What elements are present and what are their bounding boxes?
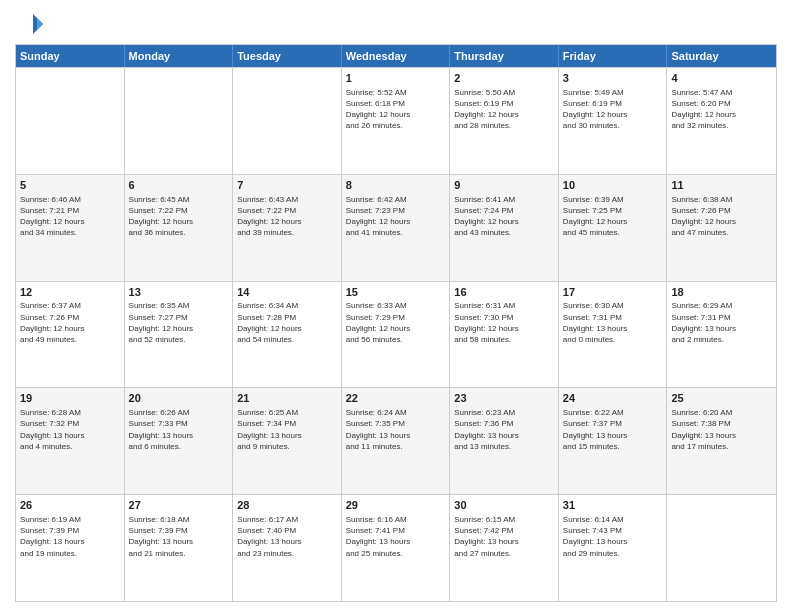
day-number: 1 [346,71,446,86]
day-info: Sunrise: 6:29 AM Sunset: 7:31 PM Dayligh… [671,300,772,345]
day-number: 20 [129,391,229,406]
weekday-header: Sunday [16,45,125,67]
day-number: 26 [20,498,120,513]
calendar-row: 1Sunrise: 5:52 AM Sunset: 6:18 PM Daylig… [16,67,776,174]
day-info: Sunrise: 5:52 AM Sunset: 6:18 PM Dayligh… [346,87,446,132]
calendar-body: 1Sunrise: 5:52 AM Sunset: 6:18 PM Daylig… [16,67,776,601]
calendar-cell: 15Sunrise: 6:33 AM Sunset: 7:29 PM Dayli… [342,282,451,388]
day-info: Sunrise: 6:16 AM Sunset: 7:41 PM Dayligh… [346,514,446,559]
day-number: 25 [671,391,772,406]
calendar-row: 26Sunrise: 6:19 AM Sunset: 7:39 PM Dayli… [16,494,776,601]
calendar-cell: 31Sunrise: 6:14 AM Sunset: 7:43 PM Dayli… [559,495,668,601]
calendar-cell: 16Sunrise: 6:31 AM Sunset: 7:30 PM Dayli… [450,282,559,388]
day-info: Sunrise: 6:39 AM Sunset: 7:25 PM Dayligh… [563,194,663,239]
calendar-cell: 25Sunrise: 6:20 AM Sunset: 7:38 PM Dayli… [667,388,776,494]
weekday-header: Thursday [450,45,559,67]
day-info: Sunrise: 5:50 AM Sunset: 6:19 PM Dayligh… [454,87,554,132]
day-number: 22 [346,391,446,406]
day-number: 6 [129,178,229,193]
weekday-header: Monday [125,45,234,67]
day-info: Sunrise: 6:45 AM Sunset: 7:22 PM Dayligh… [129,194,229,239]
day-number: 5 [20,178,120,193]
calendar-cell: 4Sunrise: 5:47 AM Sunset: 6:20 PM Daylig… [667,68,776,174]
day-info: Sunrise: 6:15 AM Sunset: 7:42 PM Dayligh… [454,514,554,559]
calendar-cell: 18Sunrise: 6:29 AM Sunset: 7:31 PM Dayli… [667,282,776,388]
day-number: 8 [346,178,446,193]
calendar-cell [667,495,776,601]
calendar: SundayMondayTuesdayWednesdayThursdayFrid… [15,44,777,602]
day-number: 21 [237,391,337,406]
day-number: 15 [346,285,446,300]
day-number: 27 [129,498,229,513]
day-info: Sunrise: 6:34 AM Sunset: 7:28 PM Dayligh… [237,300,337,345]
weekday-header: Friday [559,45,668,67]
calendar-cell: 9Sunrise: 6:41 AM Sunset: 7:24 PM Daylig… [450,175,559,281]
day-number: 13 [129,285,229,300]
calendar-cell: 7Sunrise: 6:43 AM Sunset: 7:22 PM Daylig… [233,175,342,281]
day-info: Sunrise: 5:49 AM Sunset: 6:19 PM Dayligh… [563,87,663,132]
day-number: 18 [671,285,772,300]
day-info: Sunrise: 6:42 AM Sunset: 7:23 PM Dayligh… [346,194,446,239]
calendar-cell: 23Sunrise: 6:23 AM Sunset: 7:36 PM Dayli… [450,388,559,494]
day-number: 24 [563,391,663,406]
calendar-header: SundayMondayTuesdayWednesdayThursdayFrid… [16,45,776,67]
weekday-header: Saturday [667,45,776,67]
calendar-cell: 5Sunrise: 6:46 AM Sunset: 7:21 PM Daylig… [16,175,125,281]
day-info: Sunrise: 6:38 AM Sunset: 7:26 PM Dayligh… [671,194,772,239]
calendar-cell [125,68,234,174]
calendar-cell: 30Sunrise: 6:15 AM Sunset: 7:42 PM Dayli… [450,495,559,601]
calendar-cell: 2Sunrise: 5:50 AM Sunset: 6:19 PM Daylig… [450,68,559,174]
day-number: 11 [671,178,772,193]
calendar-cell: 22Sunrise: 6:24 AM Sunset: 7:35 PM Dayli… [342,388,451,494]
calendar-cell [16,68,125,174]
day-number: 2 [454,71,554,86]
day-info: Sunrise: 6:24 AM Sunset: 7:35 PM Dayligh… [346,407,446,452]
calendar-cell [233,68,342,174]
calendar-cell: 28Sunrise: 6:17 AM Sunset: 7:40 PM Dayli… [233,495,342,601]
day-number: 4 [671,71,772,86]
day-info: Sunrise: 6:22 AM Sunset: 7:37 PM Dayligh… [563,407,663,452]
day-number: 14 [237,285,337,300]
weekday-header: Wednesday [342,45,451,67]
day-number: 28 [237,498,337,513]
day-info: Sunrise: 6:35 AM Sunset: 7:27 PM Dayligh… [129,300,229,345]
logo [15,10,47,38]
day-info: Sunrise: 6:23 AM Sunset: 7:36 PM Dayligh… [454,407,554,452]
calendar-row: 12Sunrise: 6:37 AM Sunset: 7:26 PM Dayli… [16,281,776,388]
day-number: 16 [454,285,554,300]
calendar-cell: 19Sunrise: 6:28 AM Sunset: 7:32 PM Dayli… [16,388,125,494]
day-info: Sunrise: 5:47 AM Sunset: 6:20 PM Dayligh… [671,87,772,132]
weekday-header: Tuesday [233,45,342,67]
day-info: Sunrise: 6:18 AM Sunset: 7:39 PM Dayligh… [129,514,229,559]
day-info: Sunrise: 6:17 AM Sunset: 7:40 PM Dayligh… [237,514,337,559]
logo-icon [15,10,43,38]
day-number: 10 [563,178,663,193]
calendar-cell: 14Sunrise: 6:34 AM Sunset: 7:28 PM Dayli… [233,282,342,388]
day-number: 30 [454,498,554,513]
day-info: Sunrise: 6:33 AM Sunset: 7:29 PM Dayligh… [346,300,446,345]
calendar-cell: 6Sunrise: 6:45 AM Sunset: 7:22 PM Daylig… [125,175,234,281]
day-info: Sunrise: 6:20 AM Sunset: 7:38 PM Dayligh… [671,407,772,452]
day-info: Sunrise: 6:28 AM Sunset: 7:32 PM Dayligh… [20,407,120,452]
svg-marker-1 [37,18,43,30]
calendar-cell: 11Sunrise: 6:38 AM Sunset: 7:26 PM Dayli… [667,175,776,281]
calendar-cell: 17Sunrise: 6:30 AM Sunset: 7:31 PM Dayli… [559,282,668,388]
day-number: 7 [237,178,337,193]
page: SundayMondayTuesdayWednesdayThursdayFrid… [0,0,792,612]
day-number: 29 [346,498,446,513]
calendar-cell: 1Sunrise: 5:52 AM Sunset: 6:18 PM Daylig… [342,68,451,174]
day-info: Sunrise: 6:30 AM Sunset: 7:31 PM Dayligh… [563,300,663,345]
calendar-row: 5Sunrise: 6:46 AM Sunset: 7:21 PM Daylig… [16,174,776,281]
day-number: 9 [454,178,554,193]
calendar-row: 19Sunrise: 6:28 AM Sunset: 7:32 PM Dayli… [16,387,776,494]
day-info: Sunrise: 6:14 AM Sunset: 7:43 PM Dayligh… [563,514,663,559]
calendar-cell: 27Sunrise: 6:18 AM Sunset: 7:39 PM Dayli… [125,495,234,601]
header [15,10,777,38]
day-info: Sunrise: 6:31 AM Sunset: 7:30 PM Dayligh… [454,300,554,345]
day-number: 19 [20,391,120,406]
calendar-cell: 10Sunrise: 6:39 AM Sunset: 7:25 PM Dayli… [559,175,668,281]
day-number: 12 [20,285,120,300]
calendar-cell: 8Sunrise: 6:42 AM Sunset: 7:23 PM Daylig… [342,175,451,281]
day-info: Sunrise: 6:46 AM Sunset: 7:21 PM Dayligh… [20,194,120,239]
day-info: Sunrise: 6:37 AM Sunset: 7:26 PM Dayligh… [20,300,120,345]
